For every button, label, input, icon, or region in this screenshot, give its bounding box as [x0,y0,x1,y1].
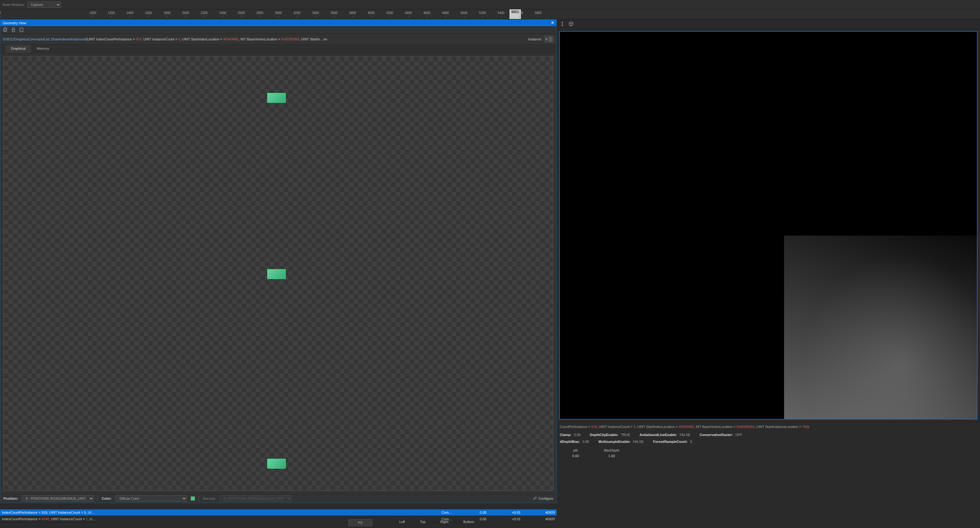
ruler-tick: 5200 [479,11,486,14]
ruler-tick: 1800 [164,11,170,14]
instance-label: Instance: [528,37,542,41]
pipeline-call-text: CountPerInstance = 918, UINT InstanceCou… [560,425,977,428]
geometry-view-panel: Geometry View ✕ ID3D12GraphicsCommandLis… [0,19,557,503]
right-column: CountPerInstance = 918, UINT InstanceCou… [557,19,980,528]
side-tab-top[interactable]: Top [415,518,430,525]
ruler-tick: 4400 [405,11,412,14]
spinner-up-down-icon[interactable] [549,36,552,42]
close-icon[interactable]: ✕ [551,21,554,25]
raster-state-row1: Clamp:0.00 DepthClipEnable:TRUE Antialia… [560,433,977,437]
ruler-mode-select[interactable]: Capture [27,2,61,8]
ruler-tick: 4800 [442,11,449,14]
color-mode-select[interactable]: Diffuse Color [115,495,187,502]
wrench-icon [533,496,537,501]
timeline-ruler[interactable]: 5552 01000120014001600180020002200240026… [0,10,980,19]
ruler-tick: 5400 [498,11,504,14]
geometry-toolbar [0,26,557,34]
ruler-tick: 2000 [182,11,189,14]
document-icon[interactable] [19,27,24,32]
geometry-view-title: Geometry View [3,21,26,25]
ruler-tick: 1400 [127,11,134,14]
mesh-instance-1[interactable] [267,93,286,103]
geometry-footer: Position: 0 - POSITION0 (R16G16B16A16_UI… [0,494,557,503]
ruler-tick: 3400 [312,11,319,14]
draw-call-text: ID3D12GraphicsCommandList::DrawIndexedIn… [3,37,526,41]
pipeline-stage-buttons: PS [348,519,372,526]
ruler-tick: 3000 [275,11,282,14]
top-bar: Ruler Relative: Capture [0,0,980,10]
ruler-tick: 5600 [516,11,523,14]
raster-state-row2: dDepthBias:0.00 MultisampleEnable:FALSE … [560,440,977,444]
ps-stage-button[interactable]: PS [348,519,372,526]
mesh-instance-3[interactable] [267,459,286,469]
configure-button[interactable]: Configure [538,496,553,500]
ruler-tick: 4000 [368,11,374,14]
event-row-selected[interactable]: IndexCountPerInstance = 918, UINT Instan… [0,509,557,516]
normal-attr-select: 0 - POSITION0 (R16G16B16A16_UINT [220,495,292,502]
preview-toolbar [557,19,980,29]
side-tab-left[interactable]: Left [395,518,409,525]
ruler-tick: 5000 [461,11,468,14]
ruler-tick: 0 [0,11,1,14]
viewport-side-tabs: Left Top Right Bottom [395,518,479,525]
tab-graphical[interactable]: Graphical [5,45,31,53]
ruler-tick: 1000 [89,11,96,14]
lock-icon[interactable] [11,27,16,32]
normal-label: Normal: [203,496,216,500]
position-label: Position: [3,496,18,500]
geometry-tabs: Graphical Memory [0,45,557,53]
color-label: Color: [102,496,111,500]
copy-icon[interactable] [3,27,8,32]
event-text: IndexCountPerInstance = 918, UINT Instan… [2,511,436,514]
render-target-preview[interactable] [559,31,977,420]
ruler-tick: 2400 [219,11,226,14]
geometry-view-titlebar[interactable]: Geometry View ✕ [0,20,557,26]
ruler-tick: 3200 [294,11,301,14]
ruler-tick: 4600 [423,11,430,14]
draw-call-fn: ID3D12GraphicsCommandList::DrawIndexedIn… [3,37,86,41]
svg-rect-2 [12,30,14,32]
ruler-tick: 3800 [349,11,356,14]
ruler-tick: 4200 [386,11,393,14]
cube-icon[interactable] [568,21,574,26]
max-depth-column: MaxDepth 1.00 [604,449,619,458]
min-depth-column: pth 0.00 [572,449,579,458]
mesh-instance-2[interactable] [267,269,286,279]
ruler-tick: 1200 [108,11,115,14]
instance-spinner[interactable]: 0 [544,36,554,43]
color-swatch[interactable] [191,496,195,501]
draw-call-row: ID3D12GraphicsCommandList::DrawIndexedIn… [0,34,557,45]
geometry-viewport[interactable] [0,53,557,494]
side-tab-bottom[interactable]: Bottom [459,518,479,525]
ruler-tick: 3600 [331,11,337,14]
ruler-tick: 2200 [200,11,207,14]
position-attr-select[interactable]: 0 - POSITION0 (R16G16B16A16_UINT [22,495,94,502]
ruler-tick: 2800 [256,11,263,14]
arrows-vertical-icon[interactable] [560,21,565,26]
depth-image [784,236,977,419]
ruler-tick: 1600 [145,11,152,14]
pipeline-state-panel: CountPerInstance = 918, UINT InstanceCou… [557,422,980,462]
ruler-tick: 2600 [238,11,245,14]
side-tab-right[interactable]: Right [436,518,453,525]
tab-memory[interactable]: Memory [31,45,55,53]
ruler-tick: 5800 [535,11,541,14]
instance-value: 0 [546,37,547,41]
left-column: Geometry View ✕ ID3D12GraphicsCommandLis… [0,19,557,528]
viewport-depth-table: pth 0.00 MaxDepth 1.00 [560,447,977,460]
svg-rect-3 [20,28,23,32]
ruler-relative-label: Ruler Relative: [3,3,25,6]
